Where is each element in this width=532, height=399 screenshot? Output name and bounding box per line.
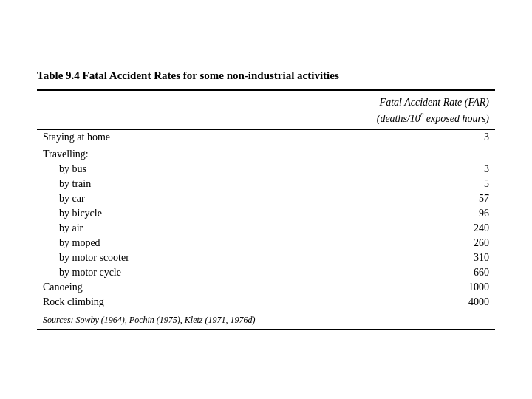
row-value: 57 <box>239 191 495 206</box>
row-label: by train <box>37 177 239 191</box>
row-value: 1000 <box>239 280 495 295</box>
data-table: Fatal Accident Rate (FAR) (deaths/108 ex… <box>37 89 495 330</box>
row-value: 3 <box>239 162 495 177</box>
col1-subheader-empty <box>37 110 239 129</box>
table-row: Rock climbing4000 <box>37 295 495 310</box>
row-value: 240 <box>239 221 495 236</box>
row-label: Rock climbing <box>37 295 239 310</box>
row-value: 260 <box>239 236 495 250</box>
row-value: 4000 <box>239 295 495 310</box>
row-value: 5 <box>239 177 495 191</box>
row-value: 660 <box>239 265 495 280</box>
table-row: by air240 <box>37 221 495 236</box>
table-row: Staying at home3 <box>37 129 495 145</box>
row-label: by bus <box>37 162 239 177</box>
row-label: by bicycle <box>37 206 239 221</box>
table-row: Canoeing1000 <box>37 280 495 295</box>
row-value: 96 <box>239 206 495 221</box>
row-label: by moped <box>37 236 239 250</box>
col2-subheader-unit: (deaths/108 exposed hours) <box>239 110 495 129</box>
table-row: by bicycle96 <box>37 206 495 221</box>
row-value <box>239 145 495 162</box>
row-label: by motor scooter <box>37 250 239 265</box>
table-container: Table 9.4 Fatal Accident Rates for some … <box>30 55 502 344</box>
table-title: Table 9.4 Fatal Accident Rates for some … <box>37 69 495 82</box>
table-row: Travelling: <box>37 145 495 162</box>
table-row: by moped260 <box>37 236 495 250</box>
table-body: Staying at home3Travelling:by bus3by tra… <box>37 129 495 310</box>
row-value: 310 <box>239 250 495 265</box>
col1-header-empty <box>37 95 239 110</box>
row-label: Travelling: <box>37 145 239 162</box>
table-row: by car57 <box>37 191 495 206</box>
subheader-suffix: exposed hours) <box>423 113 489 124</box>
row-label: by air <box>37 221 239 236</box>
table-row: by motor scooter310 <box>37 250 495 265</box>
col1-header-spacer <box>37 90 239 95</box>
table-row: by motor cycle660 <box>37 265 495 280</box>
row-label: by car <box>37 191 239 206</box>
table-row: by bus3 <box>37 162 495 177</box>
row-label: Canoeing <box>37 280 239 295</box>
table-row: by train5 <box>37 177 495 191</box>
footer-sources: Sources: Sowby (1964), Pochin (1975), Kl… <box>37 310 495 329</box>
col2-header-line1 <box>239 90 495 95</box>
row-label: Staying at home <box>37 129 239 145</box>
row-value: 3 <box>239 129 495 145</box>
col2-header-far: Fatal Accident Rate (FAR) <box>239 95 495 110</box>
row-label: by motor cycle <box>37 265 239 280</box>
subheader-prefix: (deaths/10 <box>377 113 420 124</box>
